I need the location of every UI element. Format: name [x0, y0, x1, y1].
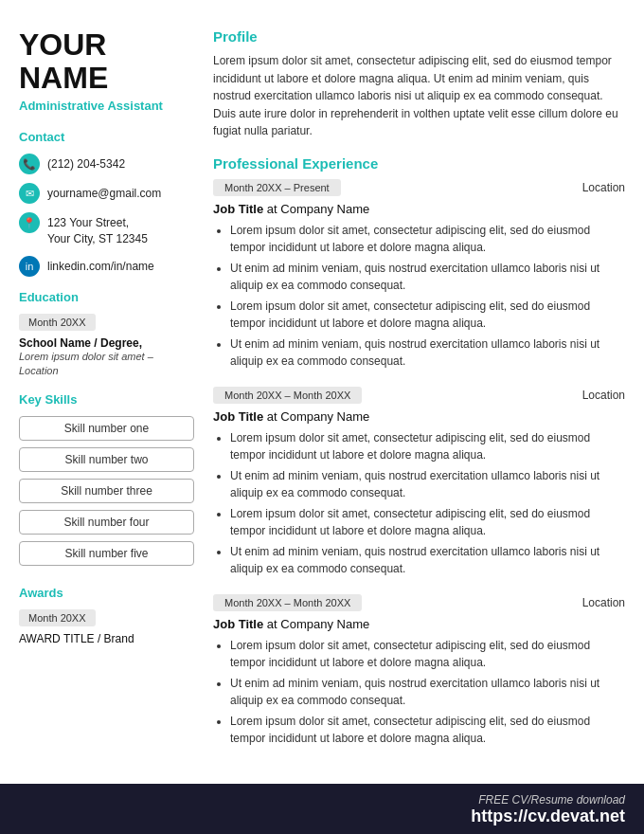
exp-bullet: Ut enim ad minim veniam, quis nostrud ex…: [230, 467, 625, 501]
profile-text: Lorem ipsum dolor sit amet, consectetur …: [213, 52, 625, 140]
email-icon: ✉: [19, 183, 40, 204]
full-name: YOUR NAME: [19, 28, 194, 95]
skills-list: Skill number oneSkill number twoSkill nu…: [19, 416, 194, 572]
profile-heading: Profile: [213, 28, 625, 45]
exp-bullet: Lorem ipsum dolor sit amet, consectetur …: [230, 713, 625, 747]
exp-bullet: Lorem ipsum dolor sit amet, consectetur …: [230, 222, 625, 256]
exp-bullet: Lorem ipsum dolor sit amet, consectetur …: [230, 298, 625, 332]
edu-school: School Name / Degree,: [19, 336, 194, 350]
phone-icon: 📞: [19, 154, 40, 174]
linkedin-text: linkedin.com/in/name: [47, 256, 154, 275]
phone-text: (212) 204-5342: [47, 154, 125, 172]
education-heading: Education: [19, 290, 194, 304]
exp-bullet: Lorem ipsum dolor sit amet, consectetur …: [230, 429, 625, 463]
right-column: Profile Lorem ipsum dolor sit amet, cons…: [213, 28, 625, 774]
skill-badge: Skill number two: [19, 447, 194, 472]
exp-bullet: Ut enim ad minim veniam, quis nostrud ex…: [230, 675, 625, 709]
exp-job-title: Job Title at Company Name: [213, 202, 625, 216]
address-icon: 📍: [19, 212, 40, 233]
edu-detail: Lorem ipsum dolor sit amet – Location: [19, 350, 194, 379]
exp-location: Location: [582, 596, 625, 609]
exp-bullets: Lorem ipsum dolor sit amet, consectetur …: [213, 429, 625, 577]
contact-linkedin: in linkedin.com/in/name: [19, 256, 194, 277]
experience-list: Month 20XX – PresentLocationJob Title at…: [213, 179, 625, 747]
contact-heading: Contact: [19, 130, 194, 144]
experience-block: Month 20XX – Month 20XXLocationJob Title…: [213, 594, 625, 747]
experience-block: Month 20XX – PresentLocationJob Title at…: [213, 179, 625, 370]
contact-phone: 📞 (212) 204-5342: [19, 154, 194, 174]
experience-heading: Professional Experience: [213, 155, 625, 172]
footer-free-label: FREE CV/Resume download: [478, 793, 625, 807]
experience-block: Month 20XX – Month 20XXLocationJob Title…: [213, 387, 625, 577]
skills-heading: Key Skills: [19, 392, 194, 407]
exp-job-title: Job Title at Company Name: [213, 409, 625, 424]
exp-bullet: Ut enim ad minim veniam, quis nostrud ex…: [230, 543, 625, 577]
exp-job-title: Job Title at Company Name: [213, 617, 625, 631]
exp-date-badge: Month 20XX – Present: [213, 179, 341, 196]
address-text: 123 Your Street, Your City, ST 12345: [47, 212, 148, 247]
award-date-badge: Month 20XX: [19, 609, 96, 626]
first-name: YOUR: [19, 27, 106, 62]
footer-url: https://cv.devat.net: [19, 807, 625, 826]
footer: FREE CV/Resume download https://cv.devat…: [0, 784, 644, 834]
contact-address: 📍 123 Your Street, Your City, ST 12345: [19, 212, 194, 247]
awards-heading: Awards: [19, 586, 194, 600]
skill-badge: Skill number four: [19, 510, 194, 535]
exp-location: Location: [582, 181, 625, 194]
exp-date-badge: Month 20XX – Month 20XX: [213, 594, 362, 611]
linkedin-icon: in: [19, 256, 40, 277]
exp-date-badge: Month 20XX – Month 20XX: [213, 387, 362, 404]
exp-bullets: Lorem ipsum dolor sit amet, consectetur …: [213, 637, 625, 747]
edu-date-badge: Month 20XX: [19, 314, 96, 331]
email-text: yourname@gmail.com: [47, 183, 161, 202]
skill-badge: Skill number one: [19, 416, 194, 441]
exp-bullet: Ut enim ad minim veniam, quis nostrud ex…: [230, 260, 625, 294]
exp-location: Location: [582, 389, 625, 402]
skill-badge: Skill number five: [19, 541, 194, 566]
left-column: YOUR NAME Administrative Assistant Conta…: [19, 28, 194, 774]
exp-bullet: Lorem ipsum dolor sit amet, consectetur …: [230, 505, 625, 539]
exp-bullet: Lorem ipsum dolor sit amet, consectetur …: [230, 637, 625, 671]
left-job-title: Administrative Assistant: [19, 99, 194, 113]
contact-email: ✉ yourname@gmail.com: [19, 183, 194, 204]
exp-bullet: Ut enim ad minim veniam, quis nostrud ex…: [230, 335, 625, 370]
exp-bullets: Lorem ipsum dolor sit amet, consectetur …: [213, 222, 625, 370]
award-title: AWARD TITLE / Brand: [19, 632, 194, 645]
skill-badge: Skill number three: [19, 479, 194, 503]
last-name: NAME: [19, 61, 108, 95]
